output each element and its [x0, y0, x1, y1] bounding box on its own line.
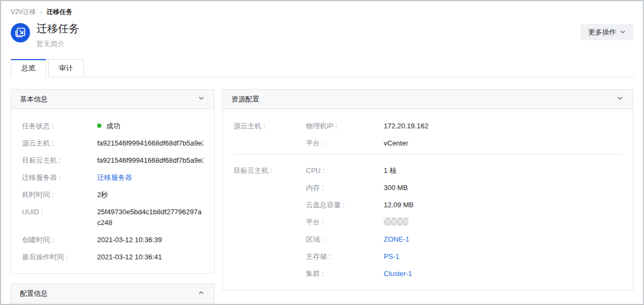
field-label: CPU : [306, 165, 384, 176]
more-actions-button[interactable]: 更多操作 [581, 24, 633, 40]
basic-info-card: 基本信息 任务状态 : 成功 源云主机 : fa921546f99941668d… [11, 89, 215, 274]
field-value: 成功 [97, 121, 203, 132]
cluster-link[interactable]: Cluster-1 [384, 270, 412, 278]
redacted-value-mosaic [384, 217, 408, 226]
right-column: 资源配置 源云主机 : 物理机IP : 172.20.19.162 [222, 89, 633, 291]
field-migration-server: 迁移服务器 : 迁移服务器 [22, 172, 203, 183]
field-cluster: 集群 : Cluster-1 [306, 268, 622, 279]
basic-info-card-title: 基本信息 [20, 95, 48, 104]
config-info-card-header: 配置信息 [11, 284, 214, 303]
field-label: 耗时时间 : [22, 190, 97, 200]
left-column: 基本信息 任务状态 : 成功 源云主机 : fa921546f99941668d… [11, 89, 215, 305]
breadcrumb-separator: › [40, 9, 42, 16]
field-label: 迁移服务器 : [22, 172, 97, 183]
tab-audit[interactable]: 审计 [48, 59, 84, 77]
field-value: 2秒 [97, 190, 203, 200]
field-label: 任务状态 : [22, 121, 97, 132]
field-physical-ip: 物理机IP : 172.20.19.162 [306, 121, 622, 132]
field-elapsed-time: 耗时时间 : 2秒 [22, 190, 203, 200]
field-label: 区域 : [306, 234, 384, 245]
config-info-card: 配置信息 [11, 284, 215, 305]
breadcrumb-item-v2v[interactable]: V2V迁移 [11, 8, 36, 17]
field-value: 300 MB [384, 183, 622, 193]
field-label: 平台 : [306, 138, 384, 149]
resource-config-card-body: 源云主机 : 物理机IP : 172.20.19.162 平台 : vCente… [223, 109, 633, 290]
page-subtitle: 暂无简介 [36, 39, 581, 49]
field-label: UUID : [22, 207, 97, 228]
field-label: 主存储 : [306, 251, 384, 262]
field-label: 平台 : [306, 217, 384, 228]
group-label: 目标云主机 : [233, 165, 306, 279]
chevron-down-icon [198, 95, 204, 103]
group-divider [233, 154, 622, 155]
field-target-platform: 平台 : [306, 217, 622, 228]
field-value: fa921546f99941668df68df7b5a9e3 [97, 138, 203, 149]
chevron-down-icon [620, 28, 626, 37]
field-label: 创建时间 : [22, 235, 97, 245]
field-disk-capacity: 云盘总容量 : 12.09 MB [306, 200, 622, 210]
field-target-vm: 目标云主机 : fa921546f99941668df68df7b5a9e3 [22, 155, 203, 166]
field-label: 集群 : [306, 268, 384, 279]
config-info-card-title: 配置信息 [20, 289, 48, 299]
field-label: 源云主机 : [22, 138, 97, 149]
basic-info-card-header: 基本信息 [11, 90, 214, 109]
field-label: 云盘总容量 : [306, 200, 384, 210]
tab-bar: 总览 审计 [11, 59, 635, 77]
field-primary-storage: 主存储 : PS-1 [306, 251, 622, 262]
zone-link[interactable]: ZONE-1 [384, 235, 409, 243]
tab-overview[interactable]: 总览 [11, 59, 46, 77]
field-create-time: 创建时间 : 2021-03-12 10:36:39 [22, 235, 203, 245]
field-value: 12.09 MB [384, 200, 622, 210]
field-value: 2021-03-12 10:36:39 [97, 235, 203, 245]
field-source-vm: 源云主机 : fa921546f99941668df68df7b5a9e3 [22, 138, 203, 149]
migration-server-link[interactable]: 迁移服务器 [97, 173, 132, 181]
content-area: 基本信息 任务状态 : 成功 源云主机 : fa921546f99941668d… [1, 77, 643, 305]
status-badge: 成功 [106, 122, 120, 130]
page-header: 迁移任务 暂无简介 更多操作 [1, 17, 643, 49]
breadcrumb: V2V迁移 › 迁移任务 [1, 1, 643, 17]
breadcrumb-item-current: 迁移任务 [47, 8, 72, 17]
field-value: 2021-03-12 10:36:41 [97, 252, 203, 263]
group-label: 源云主机 : [233, 121, 306, 149]
field-value: 1 核 [384, 165, 622, 176]
field-label: 目标云主机 : [22, 155, 97, 166]
field-value: 25f49730e5bd4c1b8df27796297ac248 [97, 207, 203, 228]
field-value: 172.20.19.162 [384, 121, 622, 132]
target-vm-group: 目标云主机 : CPU : 1 核 内存 : 300 MB 云盘总容量 : 12 [233, 165, 622, 279]
page-title: 迁移任务 [36, 21, 581, 36]
field-source-platform: 平台 : vCenter [306, 138, 622, 149]
field-value: vCenter [384, 138, 622, 149]
chevron-down-icon [617, 95, 623, 103]
field-memory: 内存 : 300 MB [306, 183, 622, 193]
chevron-up-icon [198, 289, 204, 297]
success-status-dot-icon [97, 124, 101, 128]
field-last-op-time: 最后操作时间 : 2021-03-12 10:36:41 [22, 252, 203, 263]
title-block: 迁移任务 暂无简介 [36, 21, 581, 49]
more-actions-label: 更多操作 [588, 27, 616, 37]
source-vm-group: 源云主机 : 物理机IP : 172.20.19.162 平台 : vCente… [233, 121, 622, 149]
migration-task-icon [11, 23, 30, 42]
field-cpu: CPU : 1 核 [306, 165, 622, 176]
config-info-collapse-button[interactable] [197, 288, 206, 299]
field-uuid: UUID : 25f49730e5bd4c1b8df27796297ac248 [22, 207, 203, 228]
field-label: 最后操作时间 : [22, 252, 97, 263]
primary-storage-link[interactable]: PS-1 [384, 252, 399, 260]
field-value: fa921546f99941668df68df7b5a9e3 [97, 155, 203, 166]
field-task-status: 任务状态 : 成功 [22, 121, 203, 132]
basic-info-card-body: 任务状态 : 成功 源云主机 : fa921546f99941668df68df… [11, 109, 214, 273]
basic-info-collapse-button[interactable] [197, 94, 206, 104]
resource-config-card-header: 资源配置 [223, 90, 633, 109]
field-zone: 区域 : ZONE-1 [306, 234, 622, 245]
resource-config-card: 资源配置 源云主机 : 物理机IP : 172.20.19.162 [222, 89, 633, 291]
resource-config-collapse-button[interactable] [616, 94, 624, 104]
field-label: 内存 : [306, 183, 384, 193]
field-label: 物理机IP : [306, 121, 384, 132]
resource-config-card-title: 资源配置 [231, 95, 259, 104]
